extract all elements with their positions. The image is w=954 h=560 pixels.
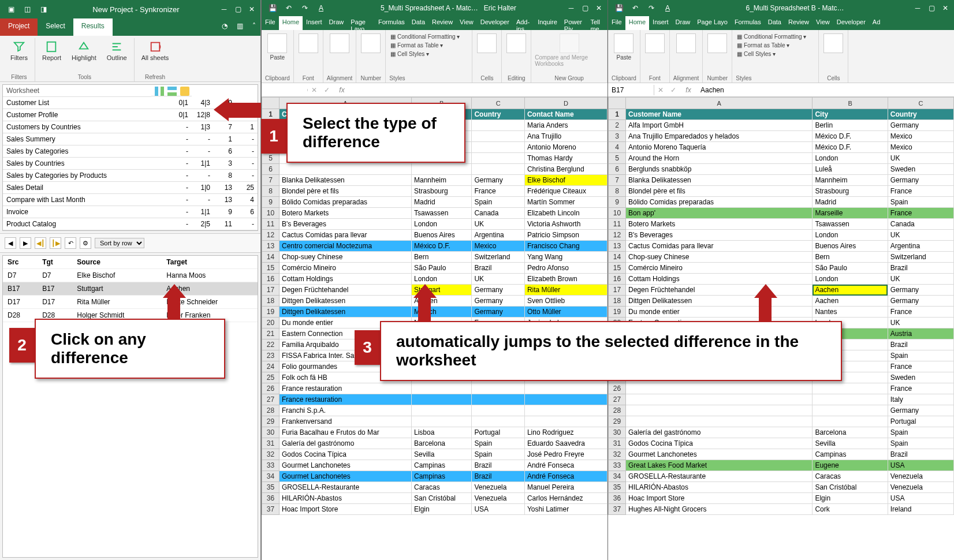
cell[interactable]: Yoshi Latimer — [524, 504, 607, 515]
cell[interactable]: Martín Sommer — [524, 197, 607, 208]
row-header[interactable]: 27 — [609, 394, 626, 405]
rows-diff-icon[interactable] — [167, 87, 177, 96]
row-header[interactable]: 8 — [609, 186, 626, 197]
redo-icon[interactable]: ↷ — [299, 2, 311, 14]
cell[interactable]: Mannheim — [411, 175, 471, 186]
cell[interactable] — [411, 416, 471, 427]
cell[interactable]: Canada — [888, 219, 953, 230]
cell[interactable]: Degen Früchtehandel — [280, 285, 412, 296]
cell[interactable]: Nantes — [813, 307, 888, 318]
cell[interactable]: France — [472, 186, 525, 197]
ribbon-tab-home[interactable]: Home — [625, 16, 649, 30]
ws-row[interactable]: Sales by Categories by Products--8- — [3, 170, 258, 182]
row-header[interactable]: 13 — [262, 241, 280, 252]
ws-row[interactable]: Sales by Categories--6- — [3, 145, 258, 158]
row-header[interactable]: 27 — [262, 394, 280, 405]
cell[interactable]: France — [888, 307, 953, 318]
cell[interactable]: Caracas — [411, 482, 471, 493]
row-header[interactable]: 11 — [609, 219, 626, 230]
cell[interactable]: Alfa Import GmbH — [626, 120, 813, 131]
ribbon-tab-data[interactable]: Data — [408, 16, 428, 30]
cell[interactable]: London — [411, 274, 471, 285]
cell[interactable]: Dittgen Delikatessen — [280, 296, 412, 307]
row-header[interactable]: 16 — [609, 274, 626, 285]
cell[interactable]: Strasbourg — [813, 186, 888, 197]
ribbon-tab-power piv[interactable]: Power Piv — [561, 16, 587, 30]
cell[interactable]: Germany — [888, 120, 953, 131]
cell[interactable]: São Paulo — [813, 263, 888, 274]
cell[interactable]: Spain — [888, 427, 953, 438]
cell[interactable]: Spain — [888, 350, 953, 361]
cell[interactable]: Dittgen Delikatessen — [280, 307, 412, 318]
row-header[interactable]: 17 — [609, 285, 626, 296]
cell[interactable]: Tsawassen — [411, 208, 471, 219]
cell[interactable]: Blanka Delikatessen — [626, 175, 813, 186]
cell[interactable] — [524, 416, 607, 427]
minimize-icon[interactable]: ─ — [218, 3, 230, 16]
ribbon-tab-draw[interactable]: Draw — [672, 16, 694, 30]
sort-select[interactable]: Sort by row — [95, 238, 144, 248]
cell[interactable]: UK — [472, 219, 525, 230]
cell[interactable] — [411, 405, 471, 416]
row-header[interactable]: 3 — [609, 131, 626, 142]
cell[interactable]: USA — [888, 460, 953, 471]
cell[interactable]: UK — [888, 230, 953, 241]
ribbon-tab-developer[interactable]: Developer — [477, 16, 513, 30]
cell[interactable]: Cactus Comidas para llevar — [626, 241, 813, 252]
cell[interactable] — [472, 394, 525, 405]
ribbon-tab-data[interactable]: Data — [765, 16, 785, 30]
col-header[interactable]: C — [888, 98, 953, 109]
cell[interactable]: Bern — [813, 252, 888, 263]
row-header[interactable]: 9 — [609, 197, 626, 208]
cell[interactable]: Argentina — [472, 230, 525, 241]
col-header[interactable]: A — [626, 98, 813, 109]
row-header[interactable]: 5 — [609, 153, 626, 164]
cell[interactable] — [524, 394, 607, 405]
row-header[interactable]: 7 — [609, 175, 626, 186]
ribbon-tab-view[interactable]: View — [813, 16, 833, 30]
cell[interactable]: UK — [472, 274, 525, 285]
cell[interactable]: UK — [888, 153, 953, 164]
cell[interactable] — [472, 153, 525, 164]
cell[interactable]: Switzerland — [472, 252, 525, 263]
cell[interactable]: Spain — [472, 449, 525, 460]
row-header[interactable]: 36 — [262, 493, 280, 504]
jump-right-button[interactable]: ┃▶ — [50, 237, 61, 249]
ribbon-tab-file[interactable]: File — [262, 16, 279, 30]
cell[interactable]: Furia Bacalhau e Frutos do Mar — [280, 427, 412, 438]
fx-icon[interactable]: fx — [680, 86, 697, 94]
cell[interactable]: Botero Markets — [280, 208, 412, 219]
col-header[interactable]: B — [813, 98, 888, 109]
ribbon-tab-formulas[interactable]: Formulas — [731, 16, 765, 30]
cell[interactable]: Campinas — [411, 471, 471, 482]
report-button[interactable]: Report — [40, 39, 64, 62]
cell[interactable] — [813, 394, 888, 405]
cell[interactable] — [280, 164, 412, 175]
cell[interactable]: Austria — [888, 328, 953, 339]
row-header[interactable]: 32 — [609, 449, 626, 460]
ribbon-tab-ad[interactable]: Ad — [869, 16, 884, 30]
cell[interactable] — [626, 405, 813, 416]
cell[interactable]: Aachen — [813, 296, 888, 307]
col-header[interactable]: D — [524, 98, 607, 109]
row-header[interactable]: 6 — [609, 164, 626, 175]
filters-button[interactable]: Filters — [8, 39, 30, 62]
cell[interactable]: Brazil — [472, 471, 525, 482]
cell[interactable]: Cork — [813, 504, 888, 515]
ws-row[interactable]: Invoice-1|196 — [3, 206, 258, 218]
cell[interactable]: Franchi S.p.A. — [280, 405, 412, 416]
tab-project[interactable]: Project — [0, 18, 38, 36]
ribbon-tab-developer[interactable]: Developer — [833, 16, 869, 30]
fx-icon[interactable]: fx — [333, 86, 351, 94]
all-sheets-button[interactable]: All sheets — [139, 39, 172, 62]
cell[interactable]: Buenos Aires — [813, 241, 888, 252]
row-header[interactable]: 28 — [609, 405, 626, 416]
cell[interactable]: Blanka Delikatessen — [280, 175, 412, 186]
row-header[interactable]: 7 — [262, 175, 280, 186]
row-header[interactable]: 34 — [262, 471, 280, 482]
undo-button[interactable]: ↶ — [65, 237, 76, 249]
cell[interactable] — [626, 394, 813, 405]
row-header[interactable]: 12 — [609, 230, 626, 241]
cell[interactable]: Portugal — [888, 416, 953, 427]
cell[interactable]: Marseille — [813, 208, 888, 219]
